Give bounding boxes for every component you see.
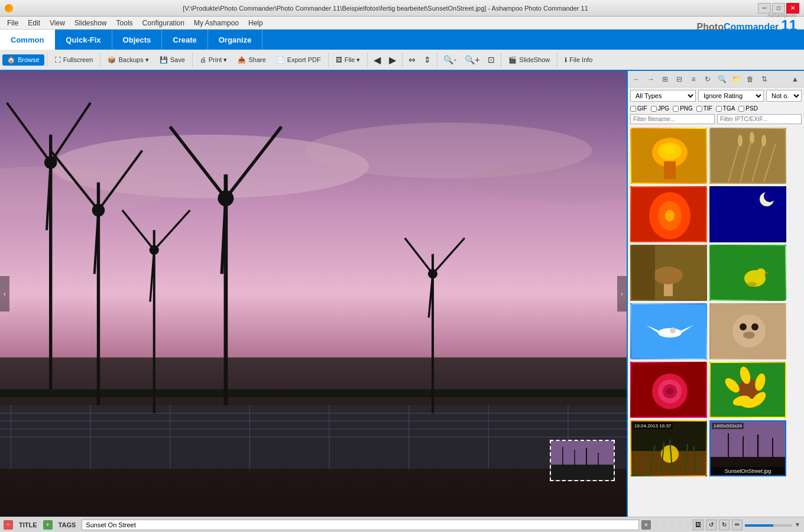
title-label[interactable]: TITLE [15,520,41,530]
fullscreen-icon: ⛶ [54,56,61,63]
flip-h-icon: ⇔ [409,55,416,64]
thumbnail-moon[interactable] [709,186,786,242]
thumbnail-bee[interactable] [630,128,707,184]
thumbnail-bird-flight[interactable] [630,303,707,359]
info-rotate-left[interactable]: ↺ [706,520,717,530]
star-1[interactable]: ☆ [653,521,660,529]
maximize-button[interactable]: □ [772,3,785,14]
flip-horizontal-button[interactable]: ⇔ [405,53,419,66]
tab-quickfix[interactable]: Quick-Fix [55,30,112,50]
star-3[interactable]: ☆ [669,521,675,529]
filename-filter-input[interactable] [630,114,715,124]
menu-help[interactable]: Help [244,18,268,28]
tab-common[interactable]: Common [0,30,55,50]
forward-button[interactable]: ▶ [385,53,400,67]
menu-file[interactable]: File [2,18,23,28]
thumb-date-windmill: 1400x933x24 [712,423,744,429]
thumbnail-yellow-bird[interactable] [709,245,786,301]
tga-checkbox[interactable]: TGA [716,105,735,112]
gif-checkbox[interactable]: GIF [630,105,647,112]
title-clear-button[interactable]: ✕ [641,520,651,530]
tags-label[interactable]: TAGS [55,520,80,530]
back-nav-button[interactable]: ← [630,73,643,86]
backups-icon: 📦 [108,56,116,64]
thumbnail-sunflower[interactable] [709,362,786,418]
zoom-in-button[interactable]: 🔍+ [461,53,483,66]
menu-view[interactable]: View [45,18,70,28]
menu-tools[interactable]: Tools [112,18,138,28]
info-rotate-right[interactable]: ↻ [719,520,730,530]
save-button[interactable]: 💾 Save [155,54,190,66]
menu-edit[interactable]: Edit [23,18,45,28]
tab-create[interactable]: Create [162,30,208,50]
share-button[interactable]: 📤 Share [233,54,270,66]
search-panel-button[interactable]: 🔍 [715,73,728,86]
prev-image-button[interactable]: ‹ [0,276,9,312]
thumbnail-grass-sunset[interactable]: 19.04.2013 16:37 [630,420,707,476]
thumbnail-rose[interactable] [630,362,707,418]
star-rating[interactable]: ☆ ☆ ☆ ☆ ☆ [653,521,690,529]
type-filter-select[interactable]: All Types [630,90,696,102]
psd-checkbox[interactable]: PSD [738,105,758,112]
star-5[interactable]: ☆ [684,521,690,529]
forward-icon: ▶ [389,54,396,66]
file-info-button[interactable]: ℹ File Info [560,54,597,66]
tab-objects[interactable]: Objects [112,30,163,50]
svg-point-75 [665,210,675,222]
tif-checkbox[interactable]: TIF [696,105,712,112]
info-edit-btn[interactable]: ✏ [732,520,743,530]
fullscreen-button[interactable]: ⛶ Fullscreen [50,54,98,65]
other-filter-select[interactable]: Not o... [766,90,802,102]
add-folder-button[interactable]: 📁 [730,73,743,86]
thumbnail-mushroom[interactable] [630,245,707,301]
svg-rect-82 [631,246,655,301]
print-button[interactable]: 🖨 Print ▾ [195,54,232,66]
title-input[interactable] [82,520,639,530]
refresh-button[interactable]: ↻ [701,73,714,86]
jpg-checkbox[interactable]: JPG [651,105,669,112]
flip-vertical-button[interactable]: ⇕ [420,53,435,66]
star-2[interactable]: ☆ [661,521,667,529]
zoom-out-button[interactable]: 🔍- [440,53,460,66]
file-button[interactable]: 🖼 File ▾ [331,54,365,66]
panel-scroll-up[interactable]: ▲ [789,73,802,86]
menu-slideshow[interactable]: Slideshow [70,18,112,28]
panel-view-medium[interactable]: ⊟ [673,73,686,86]
next-image-button[interactable]: › [617,276,627,312]
info-icon: ℹ [565,56,567,64]
size-slider[interactable] [745,524,792,527]
menu-configuration[interactable]: Configuration [138,18,189,28]
rating-filter-select[interactable]: Ignore Rating [698,90,764,102]
browse-button[interactable]: 🏠 Browse [2,54,44,66]
info-image-btn[interactable]: 🖼 [693,520,704,530]
zoom-fit-button[interactable]: ⊡ [484,53,498,66]
forward-nav-button[interactable]: → [644,73,657,86]
export-pdf-button[interactable]: 📄 Export PDF [272,54,326,66]
toolbar-separator [47,53,47,67]
slideshow-button[interactable]: 🎬 SlideShow [504,54,555,66]
expand-arrow[interactable]: ▼ [795,521,800,528]
exif-filter-input[interactable] [717,114,802,124]
thumbnail-grain[interactable] [709,128,786,184]
menu-my-ashampoo[interactable]: My Ashampoo [189,18,244,28]
minimize-button[interactable]: ─ [758,3,771,14]
thumbnail-windmill-selected[interactable]: SunsetOnStreet.jpg 1400x933x24 [709,420,786,476]
back-button[interactable]: ◀ [370,53,384,67]
tab-organize[interactable]: Organize [208,30,263,50]
sort-button[interactable]: ⇅ [758,73,771,86]
title-collapse-button[interactable]: − [4,520,13,530]
star-4[interactable]: ☆ [676,521,683,529]
thumbnail-dog[interactable] [709,303,786,359]
panel-view-list[interactable]: ≡ [687,73,700,86]
close-button[interactable]: ✕ [786,3,799,14]
thumb-row-4 [630,303,802,359]
png-checkbox[interactable]: PNG [673,105,693,112]
backups-button[interactable]: 📦 Backups ▾ [103,54,153,66]
tags-add-button[interactable]: + [43,520,53,530]
export-pdf-icon: 📄 [277,56,285,64]
thumb-row-2 [630,186,802,242]
thumbnail-flower[interactable] [630,186,707,242]
panel-view-small[interactable]: ⊞ [659,73,672,86]
remove-folder-button[interactable]: 🗑 [744,73,757,86]
file-icon: 🖼 [336,56,342,63]
